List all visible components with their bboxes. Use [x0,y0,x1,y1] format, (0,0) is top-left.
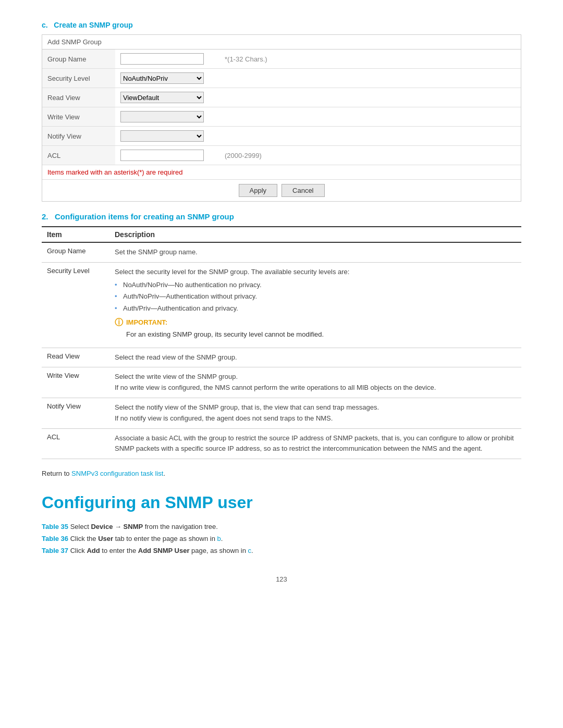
field-acl: ACL (2000-2999) [42,146,521,165]
return-link-container: Return to SNMPv3 configuration task list… [42,470,521,477]
table-row: Notify View Select the notify view of th… [42,398,521,428]
config-item-group-name: Group Name [42,242,109,262]
field-hint-group-name: *(1-32 Chars.) [219,50,521,69]
config-desc-read-view: Select the read view of the SNMP group. [109,348,521,367]
step-35: Table 35 Select Device → SNMP from the n… [42,523,521,530]
list-item: Auth/Priv—Authentication and privacy. [115,303,516,314]
security-level-select[interactable]: NoAuth/NoPriv Auth/NoPriv Auth/Priv [120,72,204,84]
step-37-label: Table 37 [42,547,68,554]
field-hint-security-level [219,69,521,88]
asterisk-note: Items marked with an asterisk(*) are req… [42,165,521,179]
field-label-security-level: Security Level [42,69,115,88]
desc-text: Select the security level for the SNMP g… [115,268,349,276]
config-desc-write-view: Select the write view of the SNMP group.… [109,367,521,398]
section-c-wrapper: c. Create an SNMP group [42,21,521,29]
step-35-text: Select Device → SNMP from the navigation… [70,523,218,530]
field-input-cell-group-name [115,50,219,69]
config-item-security-level: Security Level [42,262,109,348]
section-c-heading: c. Create an SNMP group [42,21,521,29]
step-36: Table 36 Click the User tab to enter the… [42,535,521,542]
table-row: Group Name Set the SNMP group name. [42,242,521,262]
cancel-button[interactable]: Cancel [282,184,324,197]
read-view-select[interactable]: ViewDefault [120,92,204,103]
field-security-level: Security Level NoAuth/NoPriv Auth/NoPriv… [42,69,521,88]
list-item: NoAuth/NoPriv—No authentication no priva… [115,280,516,291]
step-37-text: Click Add to enter the Add SNMP User pag… [70,547,253,554]
field-label-group-name: Group Name [42,50,115,69]
form-fields-table: Group Name *(1-32 Chars.) Security Level… [42,50,521,165]
col-header-item: Item [42,227,109,242]
field-label-notify-view: Notify View [42,127,115,146]
config-item-read-view: Read View [42,348,109,367]
field-hint-write-view [219,107,521,127]
security-level-bullets: NoAuth/NoPriv—No authentication no priva… [115,280,516,314]
important-text: For an existing SNMP group, its security… [126,329,324,340]
col-header-description: Description [109,227,521,242]
list-item: Auth/NoPriv—Authentication without priva… [115,291,516,302]
apply-button[interactable]: Apply [239,184,278,197]
important-icon: ⓘ [115,317,123,328]
field-hint-notify-view [219,127,521,146]
section-2-heading: 2. Configuration items for creating an S… [42,212,521,221]
config-desc-acl: Associate a basic ACL with the group to … [109,428,521,459]
field-select-cell-read-view: ViewDefault [115,88,219,107]
section-2-title: Configuration items for creating an SNMP… [55,212,234,221]
field-select-cell-notify-view [115,127,219,146]
form-button-row: Apply Cancel [42,179,521,201]
config-desc-security-level: Select the security level for the SNMP g… [109,262,521,348]
form-title: Add SNMP Group [42,35,521,50]
config-item-write-view: Write View [42,367,109,398]
step-36-label: Table 36 [42,535,68,542]
config-item-notify-view: Notify View [42,398,109,428]
add-snmp-group-form: Add SNMP Group Group Name *(1-32 Chars.)… [42,34,521,202]
step-37: Table 37 Click Add to enter the Add SNMP… [42,547,521,554]
field-select-cell-write-view [115,107,219,127]
config-desc-notify-view: Select the notify view of the SNMP group… [109,398,521,428]
snmpv3-task-list-link[interactable]: SNMPv3 configuration task list [71,470,163,477]
section-c-title: Create an SNMP group [54,21,132,29]
table-row: Write View Select the write view of the … [42,367,521,398]
field-write-view: Write View [42,107,521,127]
step-37-link[interactable]: c [248,547,252,554]
field-read-view: Read View ViewDefault [42,88,521,107]
field-input-cell-acl [115,146,219,165]
desc-extra: If no write view is configured, the NMS … [115,382,516,393]
notify-view-select[interactable] [120,130,204,142]
field-hint-acl: (2000-2999) [219,146,521,165]
section-c-label: c. [42,21,48,29]
config-item-acl: ACL [42,428,109,459]
field-group-name: Group Name *(1-32 Chars.) [42,50,521,69]
desc-primary: Select the write view of the SNMP group. [115,372,516,382]
return-prefix: Return to [42,470,71,477]
page-number: 123 [42,575,521,583]
important-content: IMPORTANT: For an existing SNMP group, i… [126,317,324,340]
main-heading: Configuring an SNMP user [42,493,521,512]
table-row: Security Level Select the security level… [42,262,521,348]
config-table-header-row: Item Description [42,227,521,242]
desc-primary: Select the notify view of the SNMP group… [115,402,516,413]
important-label: IMPORTANT: [126,318,167,326]
field-hint-read-view [219,88,521,107]
step-36-text: Click the User tab to enter the page as … [70,535,223,542]
table-row: ACL Associate a basic ACL with the group… [42,428,521,459]
important-box: ⓘ IMPORTANT: For an existing SNMP group,… [115,317,516,340]
acl-input[interactable] [120,150,204,161]
field-label-write-view: Write View [42,107,115,127]
desc-extra: If no notify view is configured, the age… [115,413,516,424]
field-label-acl: ACL [42,146,115,165]
table-row: Read View Select the read view of the SN… [42,348,521,367]
field-select-cell-security-level: NoAuth/NoPriv Auth/NoPriv Auth/Priv [115,69,219,88]
step-36-link[interactable]: b [217,535,221,542]
step-35-label: Table 35 [42,523,68,530]
field-label-read-view: Read View [42,88,115,107]
config-table: Item Description Group Name Set the SNMP… [42,226,521,459]
write-view-select[interactable] [120,111,204,122]
field-notify-view: Notify View [42,127,521,146]
section-2-label: 2. [42,212,48,221]
config-desc-group-name: Set the SNMP group name. [109,242,521,262]
group-name-input[interactable] [120,53,204,65]
